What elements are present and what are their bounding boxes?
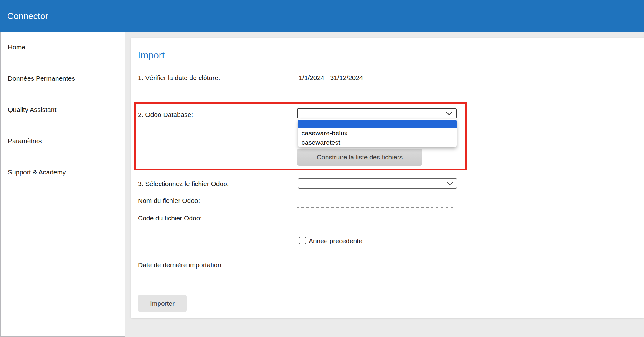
odoo-database-label: 2. Odoo Database: [138,111,193,118]
sidebar: Home Données Permanentes Quality Assista… [0,32,125,337]
last-import-label: Date de dernière importation: [138,261,223,269]
odoo-file-select[interactable] [298,178,457,189]
dropdown-option-blank[interactable] [298,120,457,128]
previous-year-label: Année précédente [309,237,363,245]
sidebar-item-parametres[interactable]: Paramètres [8,137,42,145]
sidebar-item-quality-assistant[interactable]: Quality Assistant [8,106,56,113]
closing-date-value: 1/1/2024 - 31/12/2024 [299,74,363,82]
odoo-database-select[interactable] [297,108,457,118]
import-button[interactable]: Importer [138,295,187,312]
previous-year-checkbox[interactable] [299,237,306,244]
app-header: Connector [0,0,644,32]
dropdown-option-casewaretest[interactable]: casewaretest [298,138,457,147]
sidebar-item-support-academy[interactable]: Support & Academy [8,168,66,176]
dropdown-option-caseware-belux[interactable]: caseware-belux [298,128,457,138]
file-name-field [297,201,453,208]
odoo-file-label: 3. Sélectionnez le fichier Odoo: [138,180,229,188]
sidebar-item-donnees-permanentes[interactable]: Données Permanentes [8,75,75,82]
sidebar-item-home[interactable]: Home [8,43,25,51]
chevron-down-icon [446,112,453,116]
file-name-label: Nom du fichier Odoo: [138,197,200,204]
build-file-list-button[interactable]: Construire la liste des fichiers [297,149,422,166]
connector-app-window: Connector Home Données Permanentes Quali… [0,0,644,337]
chevron-down-icon [446,181,453,185]
file-code-label: Code du fichier Odoo: [138,214,202,222]
app-title: Connector [0,11,48,21]
closing-date-label: 1. Vérifier la date de clôture: [138,74,220,82]
file-code-field [297,219,453,225]
page-title: Import [138,50,165,61]
odoo-database-dropdown-list: caseware-belux casewaretest [298,119,457,147]
